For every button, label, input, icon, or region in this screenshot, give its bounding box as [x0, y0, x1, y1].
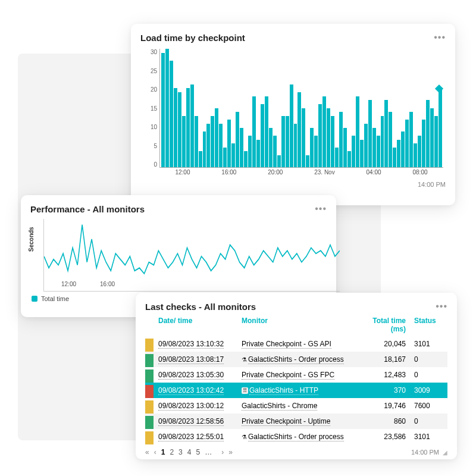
cell-status: 0 [412, 352, 447, 367]
bar[interactable] [211, 116, 214, 167]
bar[interactable] [195, 116, 198, 167]
bar[interactable] [414, 143, 417, 167]
bar[interactable] [409, 112, 413, 167]
bar[interactable] [389, 112, 392, 167]
bar[interactable] [290, 84, 293, 167]
bar[interactable] [286, 116, 289, 167]
bar[interactable] [170, 61, 173, 167]
more-menu-icon[interactable]: ••• [315, 203, 327, 214]
resize-handle-icon[interactable]: ◢ [443, 449, 447, 456]
bar[interactable] [360, 140, 364, 167]
th-status[interactable]: Status [412, 317, 447, 333]
bar[interactable] [182, 116, 186, 167]
bar[interactable] [381, 116, 384, 167]
bar[interactable] [178, 92, 181, 167]
bar[interactable] [401, 131, 405, 167]
table-row[interactable]: 09/08/2023 13:08:17⚗GalacticShirts - Ord… [145, 352, 447, 367]
grip-icon: ⠿ [242, 387, 248, 394]
bar[interactable] [306, 155, 309, 167]
bar[interactable] [265, 96, 268, 167]
bar[interactable] [215, 108, 218, 168]
table-row[interactable]: 09/08/2023 12:58:56Private Checkpoint - … [145, 414, 447, 429]
bar[interactable] [277, 155, 281, 167]
pager-first[interactable]: « [145, 448, 149, 456]
bar[interactable] [219, 124, 223, 167]
bar[interactable] [347, 151, 351, 167]
pager-page[interactable]: 3 [178, 448, 183, 456]
bar[interactable] [434, 116, 438, 167]
bar[interactable] [310, 128, 314, 167]
pager-page[interactable]: 1 [161, 448, 165, 456]
bar[interactable] [343, 128, 347, 167]
bar[interactable] [298, 92, 301, 167]
pager-page[interactable]: 5 [196, 448, 200, 456]
bar[interactable] [165, 49, 169, 167]
bar[interactable] [203, 131, 206, 167]
bar[interactable] [397, 140, 400, 167]
bar[interactable] [318, 104, 322, 167]
bar[interactable] [384, 100, 388, 167]
bar[interactable] [252, 96, 256, 167]
bar[interactable] [393, 148, 396, 167]
bar[interactable] [352, 136, 355, 167]
pager-page[interactable]: 4 [187, 448, 192, 456]
bar[interactable] [206, 124, 210, 167]
legend-label: Total time [41, 295, 69, 302]
cell-total: 18,167 [358, 352, 412, 367]
table-row[interactable]: 09/08/2023 12:55:01⚗GalacticShirts - Ord… [145, 429, 447, 444]
line-chart: Seconds 12:0016:00 [30, 219, 327, 292]
pager-last[interactable]: » [228, 448, 233, 456]
bar[interactable] [269, 128, 273, 167]
bar[interactable] [426, 100, 430, 167]
more-menu-icon[interactable]: ••• [436, 301, 447, 312]
bar[interactable] [302, 108, 305, 168]
bar[interactable] [364, 124, 368, 167]
bar[interactable] [186, 88, 190, 167]
more-menu-icon[interactable]: ••• [434, 32, 446, 43]
bar[interactable] [331, 116, 334, 167]
bar[interactable] [161, 53, 165, 167]
bar[interactable] [430, 108, 434, 168]
bar[interactable] [261, 104, 264, 167]
bar[interactable] [294, 124, 298, 167]
bar[interactable] [273, 136, 277, 167]
bar[interactable] [418, 136, 421, 167]
bar[interactable] [327, 108, 330, 168]
cell-monitor: ⠿GalacticShirts - HTTP [239, 383, 358, 398]
bar[interactable] [339, 112, 343, 167]
bar[interactable] [372, 128, 376, 167]
pager-page[interactable]: 2 [170, 448, 174, 456]
bar[interactable] [356, 96, 359, 167]
th-total[interactable]: Total time (ms) [358, 317, 412, 333]
bar[interactable] [174, 88, 177, 167]
bar[interactable] [335, 148, 339, 167]
bar[interactable] [439, 88, 442, 167]
bar[interactable] [199, 151, 202, 167]
table-row[interactable]: 09/08/2023 13:10:32Private Checkpoint - … [145, 336, 447, 352]
bar[interactable] [314, 136, 318, 167]
bar[interactable] [244, 151, 248, 167]
bar[interactable] [256, 140, 260, 167]
bar[interactable] [227, 120, 231, 167]
th-datetime[interactable]: Date/ time [156, 317, 239, 333]
table-row[interactable]: 09/08/2023 13:00:12GalacticShirts - Chro… [145, 398, 447, 414]
bar[interactable] [231, 143, 235, 167]
bar[interactable] [322, 96, 326, 167]
bar[interactable] [240, 128, 243, 167]
th-monitor[interactable]: Monitor [239, 317, 358, 333]
table-row[interactable]: 09/08/2023 13:05:30Private Checkpoint - … [145, 367, 447, 383]
bar[interactable] [368, 100, 372, 167]
bar[interactable] [281, 116, 285, 167]
bar[interactable] [223, 148, 227, 167]
bar[interactable] [405, 120, 409, 167]
pager-next[interactable]: › [221, 448, 224, 456]
bar[interactable] [236, 112, 239, 167]
table-row[interactable]: 09/08/2023 13:02:42⠿GalacticShirts - HTT… [145, 383, 447, 398]
bar[interactable] [377, 136, 380, 167]
pager-prev[interactable]: ‹ [154, 448, 156, 456]
bar[interactable] [190, 84, 194, 167]
pager-page[interactable]: … [205, 448, 212, 456]
bar[interactable] [248, 136, 252, 167]
beaker-icon: ⚗ [242, 434, 247, 440]
bar[interactable] [422, 120, 425, 167]
